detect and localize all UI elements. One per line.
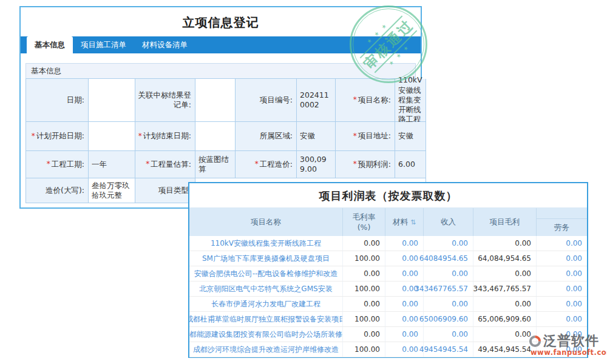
table-row: 安徽合肥供电公司--配电设备检修维护和改造0.000.000.000.000.0… [189, 266, 587, 281]
project-name-link[interactable]: 长春市伊通河水力发电厂改建工程 [189, 297, 343, 311]
sort-icon[interactable]: ⇅ [410, 218, 416, 226]
fanpu-logo-icon [528, 334, 542, 348]
gross-profit-value: 0.00 [473, 266, 537, 281]
required-mark: * [255, 160, 259, 169]
labor-value: 0.00 [537, 312, 587, 326]
material-value: 0.00 [385, 251, 424, 266]
field-label-text: 工程造价: [260, 160, 293, 169]
field-value-project-number: 2024110002 [297, 79, 336, 122]
field-value-project-address: 安徽 [395, 122, 426, 151]
table-row: 110kV安徽线程集变开断线路工程0.000.000.000.000.00 [189, 236, 587, 251]
field-label-text: 项目地址: [358, 131, 391, 141]
gross-margin-value: 0.00 [343, 297, 385, 311]
column-header-unit: (%) [358, 223, 371, 232]
material-value: 0.00 [385, 312, 424, 326]
table-row: 长春市伊通河水力发电厂改建工程0.000.000.000.000.00 [189, 297, 587, 312]
project-name-link[interactable]: 安徽合肥供电公司--配电设备检修维护和改造 [189, 266, 343, 281]
labor-value: 0.00 [537, 281, 587, 296]
page-title: 立项信息登记 [21, 7, 421, 33]
field-label-text: 工程工期: [52, 160, 84, 169]
required-mark: * [353, 132, 357, 141]
column-header-labor-top [537, 208, 587, 219]
project-name-link[interactable]: SM广场地下车库更换摄像机及硬盘项目 [189, 251, 343, 266]
required-mark: * [47, 160, 50, 169]
material-value: 0.00 [385, 327, 424, 342]
field-label-related-bid-form: 关联中标结果登记单: [135, 79, 195, 122]
income-value: 0.00 [424, 236, 473, 251]
field-label-text: 项目类型: [158, 186, 191, 195]
field-value-quantity-estimate: 按蓝图结算 [195, 151, 236, 178]
column-header-gross-profit: 项目毛利 [473, 208, 537, 236]
gross-margin-value: 100.00 [343, 312, 385, 326]
tab-material-equipment-list[interactable]: 材料设备清单 [134, 36, 195, 53]
tab-basic-info[interactable]: 基本信息 [27, 36, 73, 53]
field-label-project-duration: *工程工期: [26, 151, 89, 178]
field-value-date[interactable] [89, 79, 135, 122]
field-value-region: 安徽 [297, 122, 336, 151]
table-row: 成都杜甫草堂临时展厅独立展柜报警设备安装项目100.000.0065006909… [189, 312, 587, 327]
profit-table-body: 110kV安徽线程集变开断线路工程0.000.000.000.000.00SM广… [189, 236, 587, 357]
field-label-text: 项目编号: [260, 95, 293, 105]
field-value-project-duration: 一年 [89, 151, 135, 178]
project-name-link[interactable]: 北京朝阳区电气中芯特气系统之GMS安装 [189, 281, 343, 296]
gross-profit-value: 0.00 [473, 236, 537, 251]
tab-construction-list[interactable]: 项目施工清单 [73, 36, 134, 53]
labor-value: 0.00 [537, 297, 587, 311]
field-label-region: 所属区域: [236, 122, 297, 151]
column-header-project-name: 项目名称 [189, 208, 343, 236]
field-value-expected-profit: 6.00 [395, 151, 426, 178]
field-label-plan-end-date: *计划结束日期: [135, 122, 195, 151]
project-name-link[interactable]: 110kV安徽线程集变开断线路工程 [189, 236, 343, 251]
field-value-plan-end-date[interactable] [195, 122, 236, 151]
field-label-plan-start-date: *计划开始日期: [26, 122, 89, 151]
income-value: 343467765.57 [424, 281, 473, 296]
profit-table-header: 项目名称 毛利率 (%) 材料 ⇅ 收入 项目毛利 劳务 [189, 208, 587, 236]
gross-margin-value: 0.00 [343, 236, 385, 251]
labor-value: 0.00 [537, 251, 587, 266]
column-header-gross-margin: 毛利率 (%) [343, 208, 385, 236]
field-label-project-type: 项目类型: [135, 178, 195, 203]
section-header-basic-info: 基本信息 [25, 63, 416, 78]
material-value: 0.00 [385, 236, 424, 251]
project-name-link[interactable]: 成都沙河环境综合提升改造运河护岸维修改造 [189, 342, 343, 357]
field-value-related-bid-form[interactable] [195, 79, 236, 122]
column-header-labor: 劳务 [537, 208, 587, 236]
income-value: 49454945.54 [424, 342, 473, 357]
gross-margin-value: 100.00 [343, 342, 385, 357]
field-value-project-cost: 300,099.00 [297, 151, 336, 178]
income-value: 0.00 [424, 266, 473, 281]
material-value: 0.00 [385, 342, 424, 357]
field-label-text: 计划开始日期: [36, 131, 84, 141]
required-mark: * [353, 95, 357, 105]
field-label-project-cost: *工程造价: [236, 151, 297, 178]
gross-margin-value: 0.00 [343, 327, 385, 342]
field-value-plan-start-date[interactable] [89, 122, 135, 151]
gross-profit-value: 49,454,945.54 [473, 342, 537, 357]
income-value: 64084954.65 [424, 251, 473, 266]
project-name-link[interactable]: 成都能源建设集团投资有限公司临时办公场所装修改 [189, 327, 343, 342]
labor-value: 0.00 [537, 266, 587, 281]
project-registration-panel: 立项信息登记 基本信息 项目施工清单 材料设备清单 基本信息 日期: 关联中标结… [19, 6, 422, 209]
vendor-url[interactable]: www.fanpusoft.com [528, 348, 607, 357]
table-row: 北京朝阳区电气中芯特气系统之GMS安装100.000.00343467765.5… [189, 281, 587, 297]
gross-profit-value: 0.00 [473, 327, 537, 342]
table-row: 成都沙河环境综合提升改造运河护岸维修改造100.000.0049454945.5… [189, 342, 587, 357]
field-label-expected-profit: *预期利润: [336, 151, 395, 178]
field-value-cost-in-words: 叁拾万零玖拾玖元整 [89, 178, 135, 203]
column-header-text: 材料 [393, 217, 408, 228]
gross-margin-value: 0.00 [343, 266, 385, 281]
field-label-text: 工程量估算: [151, 160, 191, 169]
gross-profit-value: 0.00 [473, 297, 537, 311]
field-label-date: 日期: [26, 79, 89, 122]
required-mark: * [138, 132, 142, 141]
form-body: 基本信息 日期: 关联中标结果登记单: 项目编号: 2024110002 *项目… [21, 53, 421, 203]
field-label-project-name: *项目名称: [336, 79, 395, 122]
field-label-project-address: *项目地址: [336, 122, 395, 151]
column-header-material[interactable]: 材料 ⇅ [385, 208, 424, 236]
tab-bar: 基本信息 项目施工清单 材料设备清单 [21, 36, 421, 53]
project-name-link[interactable]: 成都杜甫草堂临时展厅独立展柜报警设备安装项目 [189, 312, 343, 326]
required-mark: * [353, 160, 357, 169]
field-label-text: 项目名称: [358, 95, 391, 105]
gross-margin-value: 100.00 [343, 251, 385, 266]
field-label-text: 所属区域: [260, 131, 293, 141]
